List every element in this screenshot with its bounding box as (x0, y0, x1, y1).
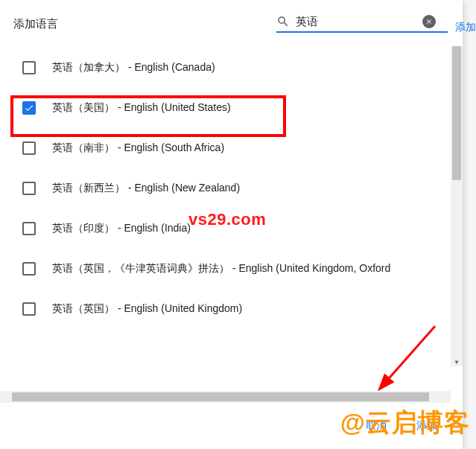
checkbox[interactable] (22, 302, 36, 316)
scrollbar-vertical-thumb[interactable] (452, 46, 461, 180)
side-text: 添加 (455, 21, 476, 34)
add-button[interactable]: 添加 (409, 415, 445, 437)
cancel-button[interactable]: 取消 (358, 415, 394, 437)
item-label: 英语（加拿大） - English (Canada) (52, 61, 215, 74)
list-item[interactable]: 英语（新西兰） - English (New Zealand) (0, 168, 463, 208)
clear-search-button[interactable] (422, 15, 436, 28)
list-item[interactable]: 英语（南非） - English (South Africa) (0, 128, 463, 168)
checkbox[interactable] (22, 101, 36, 115)
list-item[interactable]: 英语（美国） - English (United States) (0, 88, 463, 128)
item-label: 英语（新西兰） - English (New Zealand) (52, 182, 240, 195)
checkbox[interactable] (22, 182, 36, 195)
dialog-title: 添加语言 (13, 17, 58, 31)
list-item[interactable]: 英语（加拿大） - English (Canada) (0, 48, 463, 88)
scroll-down-arrow[interactable]: ▼ (451, 356, 463, 368)
list-item[interactable]: 英语（英国，《牛津英语词典》拼法） - English (United King… (0, 249, 463, 289)
item-label: 英语（印度） - English (India) (52, 222, 191, 235)
search-container (276, 15, 448, 33)
item-label: 英语（美国） - English (United States) (52, 101, 231, 115)
checkbox[interactable] (22, 141, 36, 155)
search-icon (276, 15, 290, 28)
list-item[interactable]: 英语（英国） - English (United Kingdom) (0, 289, 463, 329)
item-label: 英语（英国，《牛津英语词典》拼法） - English (United King… (52, 262, 390, 276)
add-language-dialog: 添加语言 英语（加拿大） - English (Canada)英语（美国） - … (0, 0, 463, 449)
checkbox[interactable] (22, 262, 36, 276)
dialog-footer: 取消 添加 (0, 403, 463, 449)
item-label: 英语（英国） - English (United Kingdom) (52, 302, 242, 316)
item-label: 英语（南非） - English (South Africa) (52, 141, 224, 155)
scrollbar-horizontal-thumb[interactable] (12, 392, 429, 401)
search-input[interactable] (296, 16, 422, 28)
list-item[interactable]: 英语（印度） - English (India) (0, 208, 463, 249)
checkbox[interactable] (22, 222, 36, 235)
dialog-header: 添加语言 (0, 0, 463, 40)
language-list[interactable]: 英语（加拿大） - English (Canada)英语（美国） - Engli… (0, 40, 463, 403)
checkbox[interactable] (22, 61, 36, 74)
